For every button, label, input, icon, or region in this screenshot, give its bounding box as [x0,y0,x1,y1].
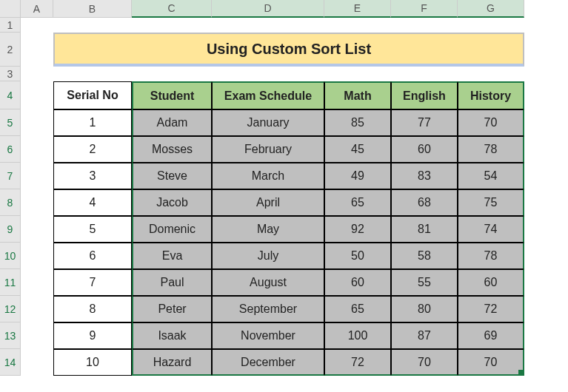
cell-student-4[interactable]: Jacob [132,189,212,216]
cell-english-5[interactable]: 81 [391,216,458,243]
cell-a9[interactable] [21,216,53,243]
cell-student-7[interactable]: Paul [132,269,212,296]
cell-f1[interactable] [391,18,458,33]
spreadsheet[interactable]: A B C D E F G 1 2 Using Custom Sort List… [0,0,568,376]
cell-student-3[interactable]: Steve [132,163,212,189]
col-header-b[interactable]: B [53,0,132,18]
cell-c3[interactable] [132,67,212,81]
cell-english-3[interactable]: 83 [391,163,458,189]
row-header-5[interactable]: 5 [0,109,21,136]
cell-student-9[interactable]: Isaak [132,322,212,349]
cell-e3[interactable] [324,67,391,81]
cell-g3[interactable] [458,67,524,81]
cell-a8[interactable] [21,189,53,216]
col-header-a[interactable]: A [21,0,53,18]
row-header-7[interactable]: 7 [0,163,21,189]
cell-math-3[interactable]: 49 [324,163,391,189]
row-header-9[interactable]: 9 [0,216,21,243]
cell-student-10[interactable]: Hazard [132,349,212,376]
cell-a1[interactable] [21,18,53,33]
cell-schedule-8[interactable]: September [212,296,324,322]
cell-serial-4[interactable]: 4 [53,189,132,216]
cell-c1[interactable] [132,18,212,33]
cell-serial-9[interactable]: 9 [53,322,132,349]
cell-d1[interactable] [212,18,324,33]
cell-english-1[interactable]: 77 [391,109,458,136]
row-header-8[interactable]: 8 [0,189,21,216]
cell-f3[interactable] [391,67,458,81]
cell-a5[interactable] [21,109,53,136]
cell-schedule-9[interactable]: November [212,322,324,349]
cell-english-6[interactable]: 58 [391,243,458,269]
cell-history-5[interactable]: 74 [458,216,524,243]
cell-b1[interactable] [53,18,132,33]
cell-a3[interactable] [21,67,53,81]
cell-a13[interactable] [21,322,53,349]
row-header-2[interactable]: 2 [0,33,21,67]
cell-student-5[interactable]: Domenic [132,216,212,243]
col-header-e[interactable]: E [324,0,391,18]
cell-a7[interactable] [21,163,53,189]
cell-math-1[interactable]: 85 [324,109,391,136]
cell-serial-5[interactable]: 5 [53,216,132,243]
cell-serial-8[interactable]: 8 [53,296,132,322]
cell-english-9[interactable]: 87 [391,322,458,349]
cell-history-9[interactable]: 69 [458,322,524,349]
fill-handle[interactable] [518,370,524,375]
cell-schedule-4[interactable]: April [212,189,324,216]
cell-math-4[interactable]: 65 [324,189,391,216]
cell-schedule-5[interactable]: May [212,216,324,243]
cell-d3[interactable] [212,67,324,81]
cell-history-6[interactable]: 78 [458,243,524,269]
header-serial[interactable]: Serial No [53,81,132,109]
col-header-f[interactable]: F [391,0,458,18]
cell-history-2[interactable]: 78 [458,136,524,163]
col-header-g[interactable]: G [458,0,524,18]
cell-g1[interactable] [458,18,524,33]
cell-b3[interactable] [53,67,132,81]
header-schedule[interactable]: Exam Schedule [212,81,324,109]
cell-english-2[interactable]: 60 [391,136,458,163]
cell-english-10[interactable]: 70 [391,349,458,376]
cell-math-10[interactable]: 72 [324,349,391,376]
cell-a14[interactable] [21,349,53,376]
header-student[interactable]: Student [132,81,212,109]
header-math[interactable]: Math [324,81,391,109]
cell-student-1[interactable]: Adam [132,109,212,136]
cell-e1[interactable] [324,18,391,33]
title-cell[interactable]: Using Custom Sort List [53,33,524,67]
cell-serial-7[interactable]: 7 [53,269,132,296]
row-header-6[interactable]: 6 [0,136,21,163]
cell-student-6[interactable]: Eva [132,243,212,269]
row-header-3[interactable]: 3 [0,67,21,81]
cell-history-1[interactable]: 70 [458,109,524,136]
cell-math-2[interactable]: 45 [324,136,391,163]
row-header-14[interactable]: 14 [0,349,21,376]
cell-math-8[interactable]: 65 [324,296,391,322]
cell-student-2[interactable]: Mosses [132,136,212,163]
cell-schedule-10[interactable]: December [212,349,324,376]
row-header-13[interactable]: 13 [0,322,21,349]
cell-english-4[interactable]: 68 [391,189,458,216]
cell-math-9[interactable]: 100 [324,322,391,349]
col-header-c[interactable]: C [132,0,212,18]
cell-english-7[interactable]: 55 [391,269,458,296]
cell-student-8[interactable]: Peter [132,296,212,322]
cell-a4[interactable] [21,81,53,109]
row-header-11[interactable]: 11 [0,269,21,296]
cell-a2[interactable] [21,33,53,67]
row-header-12[interactable]: 12 [0,296,21,322]
cell-history-7[interactable]: 60 [458,269,524,296]
row-header-10[interactable]: 10 [0,243,21,269]
cell-history-4[interactable]: 75 [458,189,524,216]
cell-serial-1[interactable]: 1 [53,109,132,136]
cell-schedule-7[interactable]: August [212,269,324,296]
cell-math-6[interactable]: 50 [324,243,391,269]
select-all-corner[interactable] [0,0,21,18]
header-english[interactable]: English [391,81,458,109]
header-history[interactable]: History [458,81,524,109]
cell-serial-3[interactable]: 3 [53,163,132,189]
cell-serial-10[interactable]: 10 [53,349,132,376]
cell-a11[interactable] [21,269,53,296]
cell-schedule-2[interactable]: February [212,136,324,163]
